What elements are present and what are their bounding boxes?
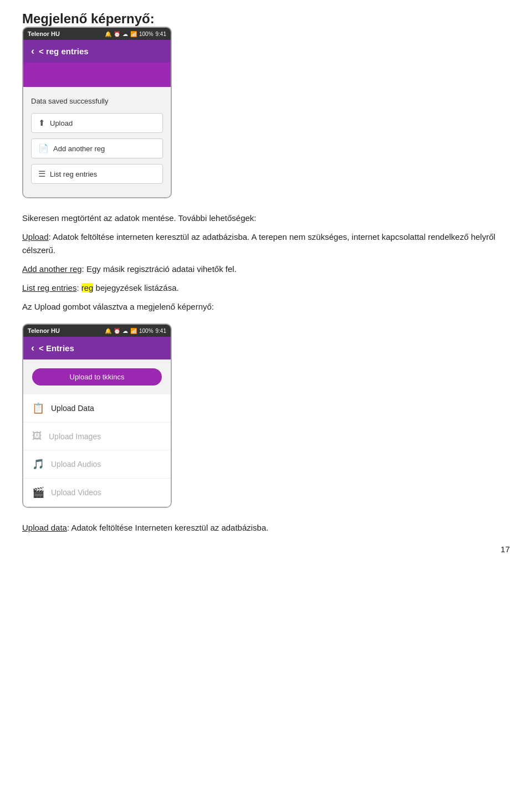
text-section-2: Upload data: Adatok feltöltése Internete… bbox=[22, 521, 510, 535]
back-arrow-icon-1[interactable]: ‹ bbox=[31, 45, 34, 57]
header-title-2: < Entries bbox=[39, 343, 74, 353]
upload-data-label: Upload Data bbox=[51, 404, 94, 413]
text-section-1: Sikeresen megtörtént az adatok mentése. … bbox=[22, 212, 510, 314]
add-reg-icon: 📄 bbox=[38, 143, 49, 153]
upload-screen-intro: Az Upload gombot választva a megjelenő k… bbox=[22, 300, 510, 314]
status-icons-2: 🔔 ⏰ ☁ 📶 100% 9:41 bbox=[105, 328, 166, 334]
carrier-name-2: Telenor HU bbox=[28, 327, 60, 334]
add-another-description: Add another reg: Egy másik regisztráció … bbox=[22, 263, 510, 276]
upload-button-1[interactable]: ⬆ Upload bbox=[31, 113, 163, 133]
list-entries-word: List reg entries bbox=[22, 283, 76, 292]
add-another-word: Add another reg bbox=[22, 264, 82, 274]
status-bar-2: Telenor HU 🔔 ⏰ ☁ 📶 100% 9:41 bbox=[23, 325, 171, 337]
reg-highlight: reg bbox=[81, 283, 94, 292]
add-another-reg-label: Add another reg bbox=[53, 145, 105, 153]
header-title-1: < reg entries bbox=[39, 47, 89, 56]
upload-data-icon: 📋 bbox=[32, 402, 44, 414]
phone-body-1: Data saved successfully ⬆ Upload 📄 Add a… bbox=[23, 87, 171, 197]
status-icons-1: 🔔 ⏰ ☁ 📶 100% 9:41 bbox=[105, 31, 166, 37]
upload-audios-item: 🎵 Upload Audios bbox=[23, 450, 171, 479]
list-reg-entries-button[interactable]: ☰ List reg entries bbox=[31, 164, 163, 184]
list-icon: ☰ bbox=[38, 169, 45, 179]
success-message: Data saved successfully bbox=[31, 95, 163, 105]
status-bar-1: Telenor HU 🔔 ⏰ ☁ 📶 100% 9:41 bbox=[23, 28, 171, 40]
upload-videos-item: 🎬 Upload Videos bbox=[23, 479, 171, 507]
upload-icon-1: ⬆ bbox=[38, 118, 45, 128]
intro-line: Sikeresen megtörtént az adatok mentése. … bbox=[22, 212, 510, 225]
upload-audios-icon: 🎵 bbox=[32, 458, 44, 470]
upload-images-item: 🖼 Upload Images bbox=[23, 423, 171, 450]
upload-description: Upload: Adatok feltöltése interneten ker… bbox=[22, 230, 510, 257]
upload-word: Upload bbox=[22, 232, 49, 241]
carrier-name-1: Telenor HU bbox=[28, 30, 60, 37]
upload-audios-label: Upload Audios bbox=[51, 460, 101, 469]
upload-videos-label: Upload Videos bbox=[51, 488, 101, 497]
app-header-1: ‹ < reg entries bbox=[23, 40, 171, 63]
page-number: 17 bbox=[500, 544, 510, 554]
purple-banner-1 bbox=[23, 63, 171, 87]
upload-label-1: Upload bbox=[50, 119, 73, 127]
back-arrow-icon-2[interactable]: ‹ bbox=[31, 342, 34, 354]
upload-videos-icon: 🎬 bbox=[32, 486, 44, 498]
upload-data-item[interactable]: 📋 Upload Data bbox=[23, 394, 171, 423]
upload-data-description: Upload data: Adatok feltöltése Internete… bbox=[22, 521, 510, 535]
upload-data-word: Upload data bbox=[22, 523, 67, 532]
list-reg-label: List reg entries bbox=[50, 170, 97, 178]
page-title: Megjelenő képernyő: bbox=[22, 11, 510, 27]
upload-items-list: 📋 Upload Data 🖼 Upload Images 🎵 Upload A… bbox=[23, 394, 171, 507]
upload-images-icon: 🖼 bbox=[32, 430, 42, 442]
list-entries-description: List reg entries: reg bejegyzések listáz… bbox=[22, 281, 510, 295]
upload-button-area: Upload to tkkincs bbox=[23, 359, 171, 394]
upload-to-tkkincs-button[interactable]: Upload to tkkincs bbox=[32, 368, 162, 386]
upload-images-label: Upload Images bbox=[49, 432, 101, 441]
phone-mockup-1: Telenor HU 🔔 ⏰ ☁ 📶 100% 9:41 ‹ < reg ent… bbox=[22, 27, 172, 198]
add-another-reg-button[interactable]: 📄 Add another reg bbox=[31, 138, 163, 158]
phone-mockup-2: Telenor HU 🔔 ⏰ ☁ 📶 100% 9:41 ‹ < Entries… bbox=[22, 323, 172, 508]
app-header-2: ‹ < Entries bbox=[23, 337, 171, 359]
